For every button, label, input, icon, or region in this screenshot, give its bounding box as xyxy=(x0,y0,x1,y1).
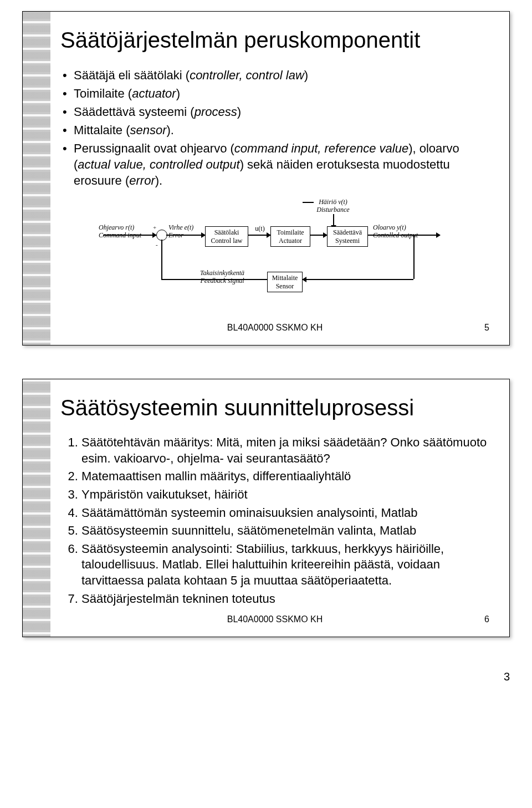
bullet-item: Säädettävä systeemi (process) xyxy=(60,104,489,120)
slide-2: Säätösysteemin suunnitteluprosessi Säätö… xyxy=(22,379,510,637)
diagram-line xyxy=(413,235,415,279)
diagram-arrow xyxy=(368,235,440,236)
process-box: Säädettävä Systeemi xyxy=(327,226,368,247)
slide-number: 5 xyxy=(484,323,489,333)
list-item: Säätösysteemin suunnittelu, säätömenetel… xyxy=(81,523,489,539)
actuator-box: Toimilaite Actuator xyxy=(270,226,310,247)
diagram-arrow xyxy=(310,235,327,236)
slide-2-content: Säätösysteemin suunnitteluprosessi Säätö… xyxy=(60,395,489,624)
list-item: Säätämättömän systeemin ominaisuuksien a… xyxy=(81,505,489,521)
summing-node xyxy=(156,230,167,241)
slide-1-bullets: Säätäjä eli säätölaki (controller, contr… xyxy=(60,67,489,189)
list-item: Säätötehtävän määritys: Mitä, miten ja m… xyxy=(81,435,489,466)
slide-1-footer: BL40A0000 SSKMO KH 5 xyxy=(60,323,489,333)
slide-1: Säätöjärjestelmän peruskomponentit Säätä… xyxy=(22,11,510,345)
slide-1-title: Säätöjärjestelmän peruskomponentit xyxy=(60,27,489,53)
sensor-box: Mittalaite Sensor xyxy=(267,272,303,292)
u-label: u(t) xyxy=(252,225,268,233)
plus-sign: + xyxy=(153,224,156,231)
diagram-arrow xyxy=(103,235,156,236)
block-diagram: Häiriö v(t) Disturbance Ohjearvo r(t) Co… xyxy=(103,199,447,315)
page-corner-number: 3 xyxy=(0,670,510,683)
bullet-item: Säätäjä eli säätölaki (controller, contr… xyxy=(60,67,489,83)
output-label: Oloarvo y(t) Contolled output xyxy=(373,224,434,240)
list-item: Säätösysteemin analysointi: Stabiilius, … xyxy=(81,541,489,589)
feedback-label: Takaisinkytkentä Feedback signal xyxy=(186,270,258,285)
list-item: Matemaattisen mallin määritys, different… xyxy=(81,469,489,485)
reference-label: Ohjearvo r(t) Command input xyxy=(99,224,154,240)
disturbance-label: Häiriö v(t) Disturbance xyxy=(308,199,358,214)
slide-2-footer: BL40A0000 SSKMO KH 6 xyxy=(60,614,489,624)
diagram-arrow xyxy=(248,235,270,236)
bullet-item: Mittalaite (sensor). xyxy=(60,122,489,138)
slide-2-title: Säätösysteemin suunnitteluprosessi xyxy=(60,395,489,420)
bullet-item: Perussignaalit ovat ohjearvo (command in… xyxy=(60,140,489,189)
footer-code: BL40A0000 SSKMO KH xyxy=(227,614,323,624)
list-item: Ympäristön vaikutukset, häiriöt xyxy=(81,487,489,503)
diagram-line xyxy=(303,202,314,203)
list-item: Säätöjärjestelmän tekninen toteutus xyxy=(81,591,489,607)
diagram-line xyxy=(161,240,162,280)
slide-number: 6 xyxy=(484,614,489,624)
slide-1-content: Säätöjärjestelmän peruskomponentit Säätä… xyxy=(60,27,489,333)
diagram-line xyxy=(161,279,267,280)
minus-sign: - xyxy=(156,241,158,248)
diagram-arrow xyxy=(166,235,205,236)
spiral-binding xyxy=(23,12,50,345)
controller-box: Säätölaki Control law xyxy=(205,226,248,247)
footer-code: BL40A0000 SSKMO KH xyxy=(227,323,323,332)
spiral-binding xyxy=(23,379,50,637)
slide-2-list: Säätötehtävän määritys: Mitä, miten ja m… xyxy=(60,435,489,607)
diagram-arrow xyxy=(303,279,413,280)
bullet-item: Toimilaite (actuator) xyxy=(60,85,489,101)
